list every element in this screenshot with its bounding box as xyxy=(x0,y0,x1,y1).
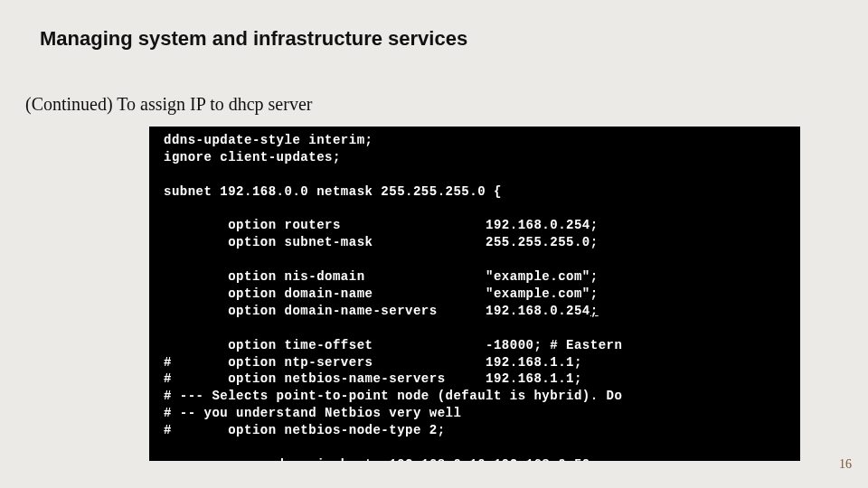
config-line-dns-semicolon: ; xyxy=(590,304,599,318)
config-line: # -- you understand Netbios very well xyxy=(164,406,461,420)
config-line: # option netbios-node-type 2; xyxy=(164,423,446,437)
page-number: 16 xyxy=(839,457,852,472)
config-line: ignore client-updates; xyxy=(164,150,341,164)
section-subtitle: (Continued) To assign IP to dhcp server xyxy=(25,94,312,115)
slide: Managing system and infrastructure servi… xyxy=(0,0,868,488)
config-line: # option netbios-name-servers 192.168.1.… xyxy=(164,371,582,386)
config-line: option routers 192.168.0.254; xyxy=(164,218,599,232)
config-line: subnet 192.168.0.0 netmask 255.255.255.0… xyxy=(164,184,502,199)
config-line: option subnet-mask 255.255.255.0; xyxy=(164,235,599,249)
config-line: range dynamic-bootp 192.168.0.10 192.168… xyxy=(164,457,599,461)
page-title: Managing system and infrastructure servi… xyxy=(40,27,467,51)
config-line: ddns-update-style interim; xyxy=(164,133,373,147)
config-line: option nis-domain "example.com"; xyxy=(164,269,599,284)
config-line: option domain-name-servers 192.168.0.254 xyxy=(164,304,590,318)
config-line: # option ntp-servers 192.168.1.1; xyxy=(164,355,582,370)
config-line: option time-offset -18000; # Eastern xyxy=(164,338,622,352)
config-line: option domain-name "example.com"; xyxy=(164,286,599,301)
terminal-output: ddns-update-style interim; ignore client… xyxy=(149,127,800,461)
config-line: # --- Selects point-to-point node (defau… xyxy=(164,389,622,403)
